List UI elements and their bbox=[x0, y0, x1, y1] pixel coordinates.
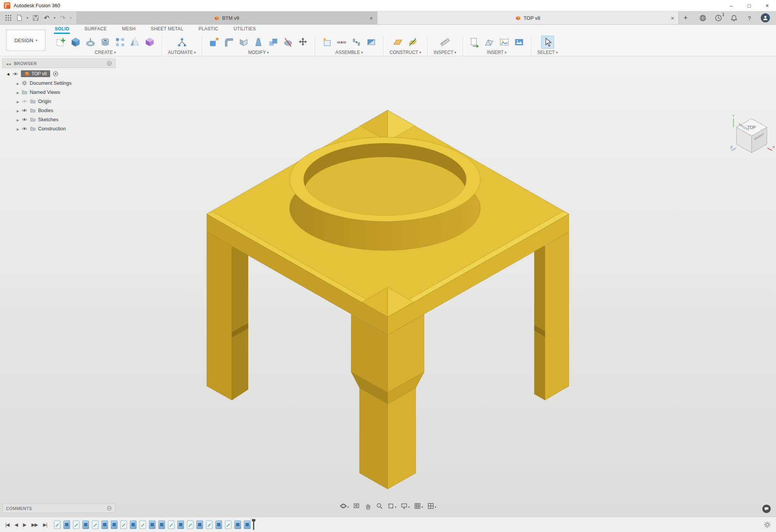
timeline-extrude-feature[interactable] bbox=[234, 521, 241, 529]
assistant-icon[interactable] bbox=[762, 505, 771, 513]
expand-icon[interactable] bbox=[17, 98, 19, 104]
save-icon[interactable] bbox=[32, 14, 40, 22]
close-button[interactable]: × bbox=[758, 0, 776, 11]
grid-settings-icon[interactable] bbox=[414, 502, 423, 510]
zoom-icon[interactable] bbox=[376, 502, 383, 510]
redo-caret-icon[interactable] bbox=[70, 16, 72, 20]
timeline-extrude-feature[interactable] bbox=[101, 521, 108, 529]
model-3d-view[interactable] bbox=[0, 56, 776, 517]
display-settings-icon[interactable] bbox=[401, 502, 410, 510]
panel-minimize-icon[interactable] bbox=[107, 61, 112, 66]
design-canvas[interactable]: TOP FRONT RIGHT Y X Z bbox=[0, 56, 776, 517]
minimize-button[interactable]: – bbox=[722, 0, 740, 11]
timeline-extrude-feature[interactable] bbox=[177, 521, 184, 529]
display-caret-icon[interactable] bbox=[408, 503, 410, 510]
timeline-extrude-feature[interactable] bbox=[82, 521, 89, 529]
visibility-eye-icon[interactable] bbox=[21, 125, 27, 131]
tab-close-icon[interactable]: × bbox=[671, 15, 674, 21]
viewcube[interactable]: TOP FRONT RIGHT Y X Z bbox=[730, 113, 774, 158]
axis-icon[interactable] bbox=[407, 36, 418, 48]
step-forward-icon[interactable]: ▶▶ bbox=[32, 522, 38, 527]
comments-header[interactable]: COMMENTS bbox=[2, 504, 116, 513]
visibility-eye-icon[interactable] bbox=[21, 107, 27, 113]
mirror-icon[interactable] bbox=[129, 36, 141, 48]
hole-icon[interactable] bbox=[100, 36, 111, 48]
file-menu-icon[interactable] bbox=[16, 14, 23, 22]
draft-icon[interactable] bbox=[253, 36, 264, 48]
fit-icon[interactable] bbox=[387, 502, 396, 510]
fillet-icon[interactable] bbox=[223, 36, 234, 48]
joint-icon[interactable] bbox=[336, 36, 347, 48]
group-label-select[interactable]: SELECT bbox=[537, 50, 558, 55]
orbit-caret-icon[interactable] bbox=[347, 503, 349, 510]
expand-root-icon[interactable] bbox=[8, 71, 10, 77]
extrude-icon[interactable] bbox=[70, 36, 81, 48]
expand-icon[interactable] bbox=[17, 89, 19, 95]
skip-start-icon[interactable]: |◀ bbox=[5, 522, 9, 527]
activate-radio-icon[interactable] bbox=[52, 71, 59, 77]
measure-icon[interactable] bbox=[439, 36, 451, 48]
timeline-sketch-feature[interactable] bbox=[168, 521, 174, 529]
combine-icon[interactable] bbox=[268, 36, 279, 48]
timeline-sketch-feature[interactable] bbox=[92, 521, 98, 529]
timeline-gear-icon[interactable] bbox=[764, 521, 776, 528]
shell-icon[interactable] bbox=[238, 36, 249, 48]
visibility-eye-icon[interactable] bbox=[21, 116, 27, 122]
step-back-icon[interactable]: ◀ bbox=[14, 522, 17, 527]
pan-icon[interactable] bbox=[364, 502, 372, 510]
ribbon-tab-solid[interactable]: SOLID bbox=[54, 26, 70, 34]
timeline-sketch-feature[interactable] bbox=[225, 521, 231, 529]
play-icon[interactable]: ▶ bbox=[23, 522, 26, 527]
timeline-extrude-feature[interactable] bbox=[111, 521, 117, 529]
orbit-icon[interactable] bbox=[340, 502, 349, 510]
timeline-extrude-feature[interactable] bbox=[130, 521, 136, 529]
press-pull-icon[interactable] bbox=[208, 36, 220, 48]
canvas-icon[interactable] bbox=[513, 36, 525, 48]
ribbon-tab-plastic[interactable]: PLASTIC bbox=[198, 26, 219, 34]
new-tab-button[interactable]: + bbox=[679, 11, 692, 24]
insert-mesh-icon[interactable] bbox=[484, 36, 495, 48]
skip-end-icon[interactable]: ▶| bbox=[43, 522, 47, 527]
create-sketch-icon[interactable] bbox=[55, 36, 67, 48]
group-label-create[interactable]: CREATE bbox=[95, 50, 116, 55]
expand-icon[interactable] bbox=[17, 108, 19, 113]
browser-item-named-views[interactable]: Named Views bbox=[2, 87, 116, 97]
collapse-panel-icon[interactable] bbox=[6, 61, 11, 66]
decal-icon[interactable] bbox=[499, 36, 510, 48]
fit-caret-icon[interactable] bbox=[395, 503, 396, 510]
look-at-icon[interactable] bbox=[353, 502, 360, 510]
timeline-extrude-feature[interactable] bbox=[149, 521, 155, 529]
offset-plane-icon[interactable] bbox=[392, 36, 404, 48]
workspace-switcher[interactable]: DESIGN bbox=[6, 30, 46, 51]
undo-icon[interactable] bbox=[43, 14, 51, 22]
maximize-button[interactable]: □ bbox=[740, 0, 758, 11]
group-label-modify[interactable]: MODIFY bbox=[248, 50, 269, 55]
timeline-position-marker[interactable] bbox=[253, 519, 254, 530]
browser-header[interactable]: BROWSER bbox=[2, 59, 116, 68]
viewports-caret-icon[interactable] bbox=[435, 503, 436, 510]
browser-item-sketches[interactable]: Sketches bbox=[2, 115, 116, 124]
timeline-extrude-feature[interactable] bbox=[158, 521, 165, 529]
section-analysis-icon[interactable] bbox=[366, 36, 377, 48]
group-label-assemble[interactable]: ASSEMBLE bbox=[335, 50, 363, 55]
tab-close-icon[interactable]: × bbox=[370, 15, 373, 21]
timeline-sketch-feature[interactable] bbox=[120, 521, 127, 529]
revolve-icon[interactable] bbox=[85, 36, 96, 48]
timeline-sketch-feature[interactable] bbox=[54, 521, 60, 529]
pattern-icon[interactable] bbox=[114, 36, 126, 48]
expand-icon[interactable] bbox=[17, 80, 19, 86]
file-menu-caret-icon[interactable] bbox=[27, 16, 29, 20]
split-body-icon[interactable] bbox=[282, 36, 294, 48]
help-icon[interactable]: ? bbox=[745, 14, 754, 22]
redo-icon[interactable] bbox=[59, 14, 67, 22]
timeline-extrude-feature[interactable] bbox=[244, 521, 250, 529]
browser-item-origin[interactable]: Origin bbox=[2, 97, 116, 106]
automate-icon[interactable] bbox=[176, 36, 188, 48]
browser-item-construction[interactable]: Construction bbox=[2, 124, 116, 133]
visibility-eye-off-icon[interactable] bbox=[21, 98, 27, 104]
visibility-eye-icon[interactable] bbox=[13, 71, 19, 77]
ribbon-tab-sheet-metal[interactable]: SHEET METAL bbox=[150, 26, 184, 34]
avatar[interactable] bbox=[761, 13, 770, 22]
browser-item-document-settings[interactable]: Document Settings bbox=[2, 78, 116, 87]
timeline-sketch-feature[interactable] bbox=[206, 521, 212, 529]
